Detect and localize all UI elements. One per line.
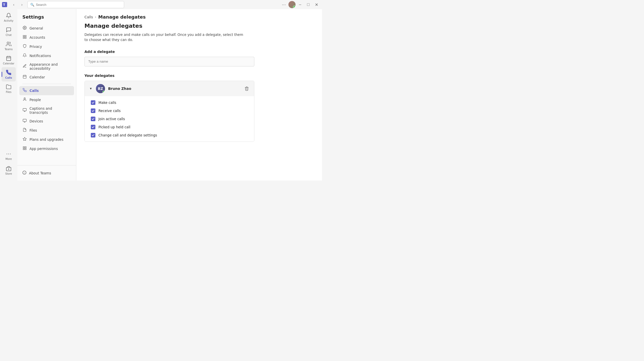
permission-pickup-held: Picked up held call (91, 125, 248, 129)
settings-item-devices[interactable]: Devices (19, 117, 74, 126)
bell-icon (6, 12, 12, 19)
calendar-icon (6, 55, 12, 61)
search-bar[interactable]: 🔍 (27, 1, 124, 8)
svg-rect-3 (7, 57, 11, 61)
user-avatar-button[interactable] (288, 1, 296, 8)
breadcrumb-chevron-icon: › (95, 15, 96, 19)
store-icon (6, 165, 12, 172)
search-input[interactable] (36, 3, 121, 7)
minimize-button[interactable]: – (297, 1, 304, 8)
settings-item-general[interactable]: General (19, 24, 74, 33)
settings-item-appearance[interactable]: Appearance and accessibility (19, 60, 74, 73)
store-label: Store (5, 172, 12, 175)
add-delegate-input[interactable] (84, 57, 254, 66)
files-label: Files (6, 91, 11, 93)
settings-item-permissions[interactable]: App permissions (19, 144, 74, 153)
phone-icon (6, 70, 12, 76)
sidebar-item-files[interactable]: Files (2, 81, 16, 96)
settings-item-privacy[interactable]: Privacy (19, 42, 74, 51)
collapse-button[interactable]: ▼ (89, 86, 93, 91)
transcript-icon (22, 108, 27, 113)
settings-item-people[interactable]: People (19, 95, 74, 104)
maximize-button[interactable]: □ (305, 1, 312, 8)
svg-point-2 (7, 42, 9, 44)
title-bar: T ‹ › 🔍 ⋯ – □ ✕ (0, 0, 322, 9)
svg-rect-25 (25, 148, 26, 150)
title-bar-right: ⋯ – □ ✕ (280, 1, 320, 8)
breadcrumb-current: Manage delegates (98, 14, 145, 20)
join-active-checkbox[interactable] (91, 117, 95, 121)
settings-item-files[interactable]: Files (19, 126, 74, 135)
permission-receive-calls: Receive calls (91, 108, 248, 113)
settings-title: Settings (17, 9, 76, 24)
app-logo: T (2, 2, 7, 7)
forward-button[interactable]: › (18, 1, 25, 8)
settings-item-plans[interactable]: Plans and upgrades (19, 135, 74, 144)
info-icon (22, 171, 26, 175)
change-settings-checkbox[interactable] (91, 133, 95, 137)
delegate-permissions: Make calls Receive calls (85, 96, 254, 142)
receive-calls-checkbox[interactable] (91, 108, 95, 113)
svg-rect-11 (23, 35, 24, 37)
svg-point-10 (24, 27, 25, 28)
apps-icon (22, 146, 27, 151)
pickup-held-label: Picked up held call (98, 125, 130, 129)
chat-icon (6, 27, 12, 33)
svg-rect-21 (23, 119, 26, 121)
settings-item-calendar[interactable]: Calendar (19, 73, 74, 82)
settings-item-notifications[interactable]: Notifications (19, 51, 74, 60)
calendar-settings-icon (22, 75, 27, 80)
breadcrumb-parent[interactable]: Calls (84, 15, 93, 19)
calls-settings-label: Calls (30, 89, 39, 93)
delegate-card: ▼ BZ Bruno Zhao (84, 81, 254, 142)
back-button[interactable]: ‹ (10, 1, 17, 8)
settings-item-accounts[interactable]: Accounts (19, 33, 74, 42)
sidebar-item-calendar[interactable]: Calendar (2, 53, 16, 67)
menu-divider (22, 84, 71, 84)
svg-rect-20 (23, 108, 26, 111)
delete-delegate-button[interactable] (243, 85, 250, 92)
add-delegate-section-title: Add a delegate (84, 50, 314, 54)
files-settings-label: Files (30, 128, 37, 132)
calls-label: Calls (5, 76, 12, 79)
files-icon (6, 84, 12, 90)
shield-icon (22, 44, 27, 49)
more-options-button[interactable]: ⋯ (280, 1, 287, 8)
settings-item-calls[interactable]: Calls (19, 86, 74, 95)
svg-rect-14 (23, 37, 24, 38)
breadcrumb: Calls › Manage delegates (76, 9, 322, 23)
content-area: Manage delegates Delegates can receive a… (76, 23, 322, 180)
settings-item-captions[interactable]: Captions and transcripts (19, 104, 74, 117)
privacy-label: Privacy (30, 45, 42, 49)
rail-bottom: ⋯ More Store (2, 148, 16, 179)
sidebar-item-store[interactable]: Store (2, 163, 16, 177)
appearance-label: Appearance and accessibility (30, 62, 71, 71)
notifications-icon (22, 53, 27, 58)
about-teams-item[interactable]: About Teams (19, 169, 74, 177)
page-title: Manage delegates (84, 23, 314, 29)
join-active-label: Join active calls (98, 117, 125, 121)
activity-label: Activity (4, 19, 13, 22)
close-button[interactable]: ✕ (313, 1, 320, 8)
more-label: More (6, 158, 12, 160)
sidebar-item-activity[interactable]: Activity (2, 10, 16, 24)
diamond-icon (22, 137, 27, 142)
chat-label: Chat (6, 34, 11, 36)
search-icon: 🔍 (30, 3, 34, 7)
device-icon (22, 119, 27, 124)
svg-rect-12 (25, 35, 26, 37)
sidebar-item-calls[interactable]: Calls (2, 67, 16, 81)
change-settings-label: Change call and delegate settings (98, 133, 157, 137)
teams-label: Teams (5, 48, 13, 51)
settings-bottom: About Teams (17, 165, 76, 180)
svg-point-19 (24, 98, 25, 99)
make-calls-checkbox[interactable] (91, 100, 95, 105)
sidebar-item-teams[interactable]: Teams (2, 39, 16, 53)
sidebar-item-more[interactable]: ⋯ More (2, 148, 16, 163)
permission-join-active: Join active calls (91, 117, 248, 121)
sidebar-item-chat[interactable]: Chat (2, 24, 16, 39)
teams-icon (6, 41, 12, 47)
about-label: About Teams (29, 171, 51, 175)
pickup-held-checkbox[interactable] (91, 125, 95, 129)
notifications-label: Notifications (30, 54, 51, 58)
